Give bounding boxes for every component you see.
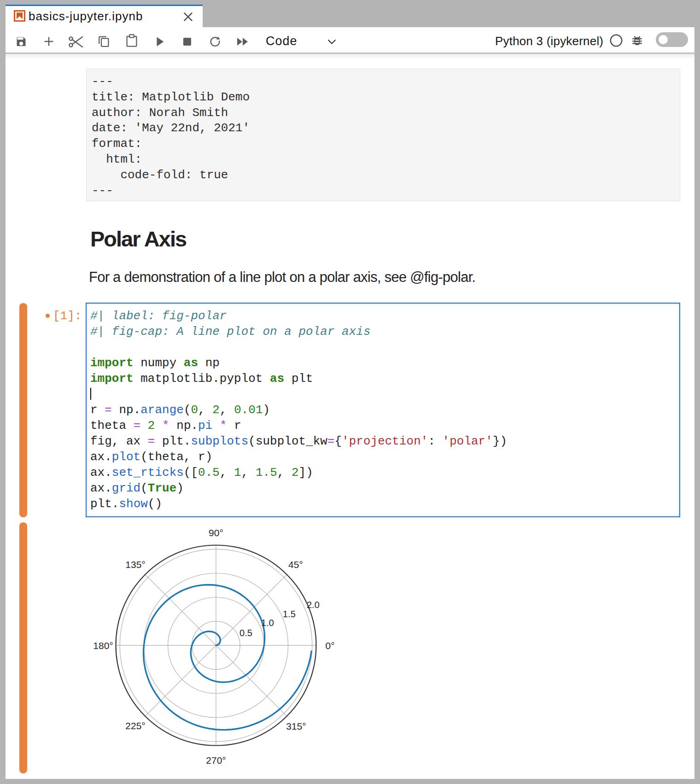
svg-text:0°: 0° <box>325 640 334 651</box>
svg-text:2.0: 2.0 <box>307 600 320 610</box>
svg-text:315°: 315° <box>286 721 306 731</box>
svg-text:0.5: 0.5 <box>239 628 252 638</box>
svg-text:1.0: 1.0 <box>261 618 274 628</box>
svg-text:1.5: 1.5 <box>283 609 296 619</box>
svg-text:45°: 45° <box>288 559 303 570</box>
svg-text:180°: 180° <box>93 640 113 651</box>
svg-text:135°: 135° <box>125 559 145 570</box>
svg-text:90°: 90° <box>209 527 223 538</box>
svg-text:225°: 225° <box>125 720 145 731</box>
svg-text:270°: 270° <box>206 755 226 766</box>
